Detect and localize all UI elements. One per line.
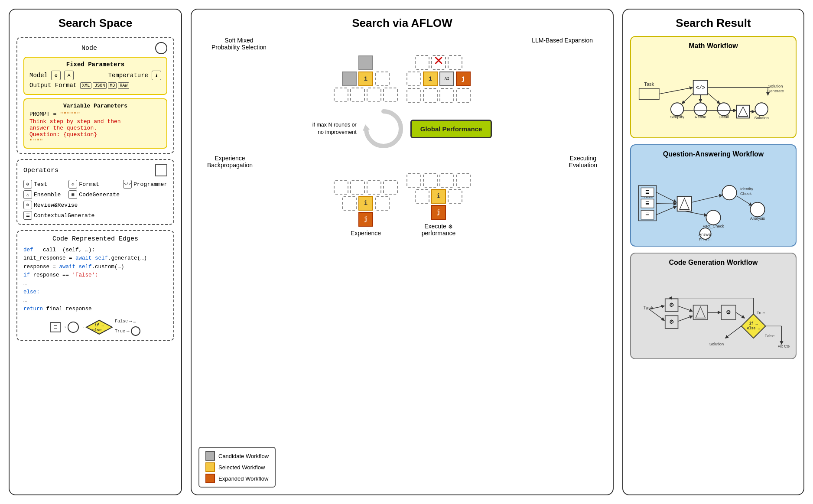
brt-row-1 (406, 173, 471, 188)
node-section: Node Fixed Parameters Model ⚙ A Temperat… (16, 37, 174, 154)
exp-node-ai: AI (439, 72, 454, 86)
brt-row-3: j (431, 205, 446, 220)
tree-node-solid-2 (342, 72, 357, 86)
execute-label: Execute ⚙ performance (422, 223, 456, 237)
exp-node-8 (456, 88, 471, 103)
bt-node-i: i (358, 196, 373, 211)
svg-text:⚙: ⚙ (669, 319, 674, 325)
variable-params-box: Variable Parameters PROMPT = """""" Thin… (23, 98, 167, 149)
left-tree: i (334, 55, 398, 102)
middle-panel: Search via AFLOW Soft MixedProbability S… (191, 9, 614, 495)
svg-line-53 (692, 195, 722, 202)
brt-node-2 (423, 173, 438, 188)
tree-node-dashed-3 (350, 88, 365, 102)
bt-node-j: j (358, 212, 373, 227)
global-perf-area: if max N rounds orno improvement Global … (312, 107, 492, 150)
math-workflow-card: Math Workflow Task </> Simplify Refine D… (630, 36, 797, 138)
code-gen-workflow-card: Code Generation Workflow Task ⚙ ⚙ ⚙ (630, 253, 797, 359)
test-icon: ⚙ (23, 180, 32, 189)
tree-node-solid-1 (358, 55, 373, 70)
left-panel: Search Space Node Fixed Parameters Model… (9, 9, 182, 495)
math-wf-diagram: Task </> Simplify Refine Detail (637, 54, 790, 132)
soft-mixed-label: Soft MixedProbability Selection (211, 37, 267, 51)
svg-line-80 (678, 306, 692, 311)
svg-text:Fix Code: Fix Code (777, 344, 790, 348)
bt-node-2 (350, 180, 365, 195)
anthropic-icon: A (64, 71, 74, 80)
right-panel-title: Search Result (630, 16, 797, 30)
top-trees-area: i (198, 55, 606, 103)
review-icon: ⚙ (23, 201, 32, 209)
svg-text:Analysis: Analysis (750, 216, 765, 221)
code-diag-circle2 (131, 326, 140, 336)
right-tree-area: ✕ i AI j (406, 55, 471, 103)
svg-text:Solution: Solution (709, 342, 724, 346)
code-diag-inner: ☰ → → if … else … False → … (50, 319, 140, 336)
md-tag: MD (108, 82, 117, 89)
programmer-icon: </> (123, 180, 132, 189)
xml-tag: XML (80, 82, 91, 89)
qa-workflow-title: Question-Answering Workflow (637, 150, 790, 158)
prompt-line3: Question: {question} (29, 131, 161, 138)
bt-node-6 (375, 196, 390, 211)
op-review: ⚙ Review&Revise (23, 201, 120, 209)
contextual-icon: ☰ (23, 211, 32, 220)
code-line-1: def __call__(self, …): (23, 246, 167, 254)
svg-point-16 (755, 103, 768, 116)
exp-node-7 (439, 88, 454, 103)
svg-line-77 (725, 326, 741, 338)
svg-text:Check: Check (740, 192, 752, 196)
svg-text:☰: ☰ (645, 201, 650, 206)
prompt-line2: answer the question. (29, 125, 161, 131)
svg-line-42 (656, 206, 676, 215)
false-branch: False → … (115, 319, 136, 324)
svg-text:Solution: Solution (768, 84, 783, 88)
tree-node-dashed-5 (383, 88, 398, 102)
true-branch: True → (115, 326, 140, 336)
svg-line-41 (656, 204, 676, 204)
bt-row-2: i (342, 196, 390, 211)
prompt-line1: Think step by step and then (29, 118, 161, 125)
svg-text:Answer: Answer (699, 232, 712, 237)
condition-text: if max N rounds orno improvement (312, 121, 357, 137)
right-panel: Search Result Math Workflow Task </> Sim… (622, 9, 804, 495)
svg-line-55 (737, 196, 752, 205)
legend-selected: Selected Workflow (205, 462, 269, 472)
circular-arrow (362, 107, 405, 150)
svg-text:Refine: Refine (695, 115, 706, 119)
exp-node-6 (423, 88, 438, 103)
svg-line-54 (685, 211, 707, 215)
code-line-5: … (23, 280, 167, 288)
exp-node-1 (415, 55, 429, 70)
legend-orange-swatch (205, 474, 215, 483)
svg-text:⚙: ⚙ (669, 302, 674, 308)
op-format: ◇ Format (68, 180, 120, 189)
llm-based-label: LLM-Based Expansion (532, 37, 593, 51)
bt-node-1 (334, 180, 348, 195)
format-icon: ◇ (68, 180, 77, 189)
brt-node-5 (415, 189, 429, 204)
svg-text:Simplify: Simplify (670, 115, 684, 119)
expansion-area: ✕ i AI j (406, 55, 471, 103)
svg-text:if …: if … (749, 322, 758, 326)
svg-point-46 (706, 210, 720, 224)
exp-node-5 (406, 88, 421, 103)
legend-expanded: Expanded Workflow (205, 474, 269, 483)
svg-point-8 (671, 103, 684, 116)
op-ensemble: △ Ensemble (23, 190, 65, 199)
var-params-title: Variable Parameters (29, 103, 161, 109)
svg-line-81 (678, 316, 692, 321)
svg-line-40 (656, 192, 676, 202)
x-mark-icon: ✕ (434, 51, 443, 70)
code-gen-workflow-title: Code Generation Workflow (637, 259, 790, 267)
svg-text:Format: Format (699, 237, 712, 241)
svg-line-20 (659, 88, 693, 94)
math-workflow-title: Math Workflow (637, 42, 790, 50)
operators-grid: ⚙ Test ◇ Format </> Programmer △ Ensembl… (23, 180, 167, 220)
code-gen-wf-diagram: Task ⚙ ⚙ ⚙ if … else … True (637, 271, 790, 353)
left-panel-title: Search Space (16, 16, 174, 30)
fixed-params-title: Fixed Parameters (29, 61, 161, 68)
raw-tag: RAW (118, 82, 129, 89)
svg-line-83 (736, 312, 745, 318)
svg-line-21 (682, 93, 693, 104)
